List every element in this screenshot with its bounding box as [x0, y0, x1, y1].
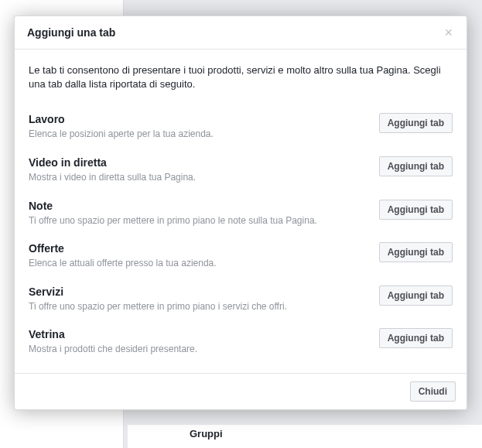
tab-name: Servizi — [29, 286, 370, 298]
tab-row: ServiziTi offre uno spazio per mettere i… — [29, 278, 453, 321]
tab-info: LavoroElenca le posizioni aperte per la … — [29, 113, 379, 141]
modal-footer: Chiudi — [15, 373, 467, 409]
tab-info: OfferteElenca le attuali offerte presso … — [29, 242, 379, 270]
tab-name: Note — [29, 200, 370, 212]
tab-description: Ti offre uno spazio per mettere in primo… — [29, 301, 370, 313]
tab-row: NoteTi offre uno spazio per mettere in p… — [29, 192, 453, 235]
modal-intro-text: Le tab ti consentono di presentare i tuo… — [29, 63, 453, 91]
tab-info: Video in direttaMostra i video in dirett… — [29, 156, 379, 184]
tab-description: Elenca le attuali offerte presso la tua … — [29, 258, 370, 270]
add-tab-button[interactable]: Aggiungi tab — [379, 242, 453, 262]
tab-description: Mostra i prodotti che desideri presentar… — [29, 344, 370, 356]
tab-row: VetrinaMostra i prodotti che desideri pr… — [29, 320, 453, 364]
tab-name: Offerte — [29, 242, 370, 255]
close-icon[interactable]: × — [443, 26, 454, 39]
tab-info: VetrinaMostra i prodotti che desideri pr… — [29, 328, 379, 356]
tab-list: LavoroElenca le posizioni aperte per la … — [29, 105, 453, 364]
add-tab-button[interactable]: Aggiungi tab — [379, 328, 453, 348]
tab-description: Ti offre uno spazio per mettere in primo… — [29, 215, 370, 227]
tab-info: NoteTi offre uno spazio per mettere in p… — [29, 200, 379, 227]
modal-body: Le tab ti consentono di presentare i tuo… — [15, 50, 467, 373]
tab-name: Vetrina — [29, 328, 370, 340]
tab-row: LavoroElenca le posizioni aperte per la … — [29, 105, 453, 149]
close-button[interactable]: Chiudi — [410, 381, 456, 402]
tab-info: ServiziTi offre uno spazio per mettere i… — [29, 286, 379, 313]
modal-title: Aggiungi una tab — [27, 26, 115, 39]
tab-row: Video in direttaMostra i video in dirett… — [29, 149, 453, 192]
tab-description: Elenca le posizioni aperte per la tua az… — [29, 128, 370, 141]
tab-name: Video in diretta — [29, 156, 370, 169]
add-tab-modal: Aggiungi una tab × Le tab ti consentono … — [14, 15, 467, 410]
add-tab-button[interactable]: Aggiungi tab — [379, 286, 453, 306]
modal-header: Aggiungi una tab × — [15, 16, 467, 50]
tab-row: OfferteElenca le attuali offerte presso … — [29, 234, 453, 278]
tab-name: Lavoro — [29, 113, 370, 125]
tab-description: Mostra i video in diretta sulla tua Pagi… — [29, 172, 370, 184]
add-tab-button[interactable]: Aggiungi tab — [379, 200, 453, 220]
add-tab-button[interactable]: Aggiungi tab — [379, 156, 453, 176]
add-tab-button[interactable]: Aggiungi tab — [379, 113, 453, 133]
background-bottom-label: Gruppi — [128, 425, 482, 448]
